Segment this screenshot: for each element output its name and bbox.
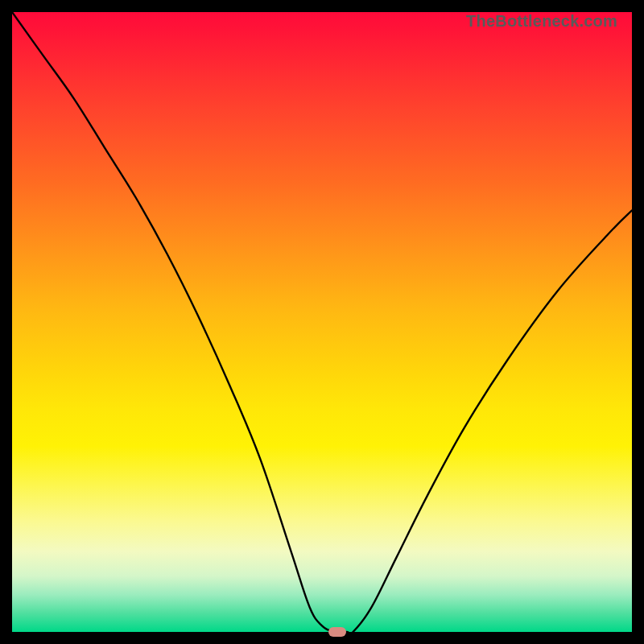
plot-area: TheBottleneck.com (12, 12, 632, 632)
chart-container: TheBottleneck.com (0, 0, 644, 644)
bottleneck-curve (12, 12, 632, 632)
optimal-point-marker (328, 627, 346, 637)
